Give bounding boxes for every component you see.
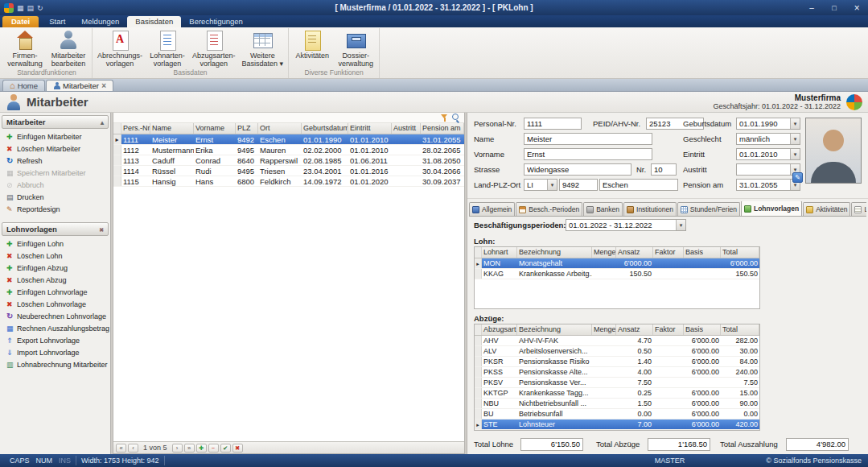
sidebar-group-header-lohnvorlagen[interactable]: Lohnvorlagen bbox=[2, 222, 109, 236]
sidebar-item[interactable]: Einfügen Lohnvorlage bbox=[0, 286, 110, 298]
abzug-row[interactable]: ALV Arbeitslosenversich... 0.50 6'000.00… bbox=[475, 346, 759, 357]
nav-cancel-button[interactable] bbox=[232, 444, 243, 453]
column-header[interactable]: Basis bbox=[684, 324, 721, 335]
nav-endedit-button[interactable] bbox=[220, 444, 231, 453]
minimize-button[interactable] bbox=[800, 0, 823, 15]
ribbon-tab[interactable]: Meldungen bbox=[73, 16, 127, 27]
nav-append-button[interactable] bbox=[196, 444, 207, 453]
plz-input[interactable] bbox=[559, 179, 598, 191]
search-icon[interactable] bbox=[452, 114, 460, 122]
file-menu-button[interactable]: Datei bbox=[2, 16, 39, 27]
sidebar-item[interactable]: Export Lohnvorlage bbox=[0, 334, 110, 346]
ribbon-button[interactable]: Lohnarten- vorlagen bbox=[146, 28, 189, 68]
sidebar-item[interactable]: Einfügen Mitarbeiter bbox=[0, 130, 110, 143]
column-header[interactable]: Menge bbox=[592, 324, 616, 335]
employee-row[interactable]: 1111 Meister Ernst 9492 Eschen 01.01.199… bbox=[113, 134, 464, 145]
column-header[interactable]: Menge bbox=[592, 247, 616, 258]
sidebar-item[interactable]: Reportdesign bbox=[0, 203, 110, 215]
employee-row[interactable]: 1112 Mustermann Erika 9495 Mauren 02.02.… bbox=[113, 145, 464, 155]
ribbon-button[interactable]: Aktivitäten bbox=[290, 28, 334, 68]
column-header[interactable]: Faktor bbox=[653, 247, 684, 258]
column-header[interactable]: Name bbox=[150, 123, 194, 134]
tab-close-icon[interactable] bbox=[101, 81, 106, 90]
chevron-down-icon[interactable] bbox=[676, 220, 685, 230]
sidebar-item[interactable]: Einfügen Lohn bbox=[0, 238, 110, 250]
column-header[interactable]: Eintritt bbox=[348, 123, 392, 134]
besch-perioden-select[interactable]: 01.01.2022 - 31.12.2022 bbox=[566, 219, 686, 231]
employee-row[interactable]: 1114 Rüssel Rudi 9495 Triesen 23.04.2001… bbox=[113, 166, 464, 176]
sidebar-item[interactable]: Refresh bbox=[0, 155, 110, 167]
ort-input[interactable] bbox=[599, 179, 678, 191]
column-header[interactable]: Ansatz bbox=[616, 247, 653, 258]
abzug-row[interactable]: KKTGP Krankenkasse Tagg... 0.25 6'000.00… bbox=[475, 388, 759, 399]
app-logo-icon[interactable] bbox=[4, 3, 14, 13]
sidebar-group-header-mitarbeiter[interactable]: Mitarbeiter bbox=[2, 115, 109, 129]
detail-tab[interactable]: Lohnausweis bbox=[851, 202, 866, 216]
column-header[interactable]: Bezeichnung bbox=[517, 324, 592, 335]
detail-tab[interactable]: Institutionen bbox=[623, 202, 677, 216]
geschlecht-select[interactable]: männlich bbox=[736, 133, 800, 145]
column-header[interactable]: Ort bbox=[258, 123, 302, 134]
close-button[interactable] bbox=[845, 0, 868, 15]
sidebar-item[interactable]: Löschen Lohn bbox=[0, 250, 110, 262]
lohn-row[interactable]: MON Monatsgehalt 6'000.00 6'000.00 bbox=[475, 258, 759, 269]
eintritt-picker[interactable]: 01.01.2010 bbox=[736, 148, 800, 160]
abzug-row[interactable]: NBU Nichtbetriebsunfall ... 1.50 6'000.0… bbox=[475, 399, 759, 409]
maximize-button[interactable] bbox=[823, 0, 845, 15]
detail-tab[interactable]: Lohnvorlagen bbox=[741, 201, 802, 216]
ribbon-tab[interactable]: Start bbox=[41, 16, 73, 27]
column-header[interactable]: Basis bbox=[684, 247, 721, 258]
quick-refresh-icon[interactable]: ↻ bbox=[37, 3, 43, 13]
nav-next-button[interactable] bbox=[172, 444, 183, 453]
quick-save-icon[interactable]: ▦ bbox=[17, 3, 24, 13]
quick-print-icon[interactable]: ▤ bbox=[27, 3, 35, 13]
lohn-row[interactable]: KKAG Krankenkasse Arbeitg... 150.50 150.… bbox=[475, 269, 759, 279]
vorname-input[interactable] bbox=[524, 148, 652, 160]
sidebar-item[interactable]: Einfügen Abzug bbox=[0, 262, 110, 274]
ribbon-button[interactable]: Firmen- verwaltung bbox=[3, 28, 47, 68]
ribbon-button[interactable]: Mitarbeiter bearbeiten bbox=[47, 28, 90, 68]
column-header[interactable]: Total bbox=[721, 247, 759, 258]
ribbon-button[interactable]: Weitere Basisdaten ▾ bbox=[239, 28, 287, 68]
detail-tab[interactable]: Stunden/Ferien bbox=[677, 202, 740, 216]
nav-last-button[interactable] bbox=[184, 444, 195, 453]
austritt-picker[interactable] bbox=[736, 163, 800, 176]
column-header[interactable]: Vorname bbox=[194, 123, 236, 134]
abzug-row[interactable]: AHV AHV-IV-FAK 4.70 6'000.00 282.00 bbox=[475, 336, 759, 346]
abzug-row[interactable]: PKSR Pensionskasse Risiko 1.40 6'000.00 … bbox=[475, 357, 759, 367]
column-header[interactable]: Pension am bbox=[421, 123, 464, 134]
pension-am-picker[interactable]: 31.01.2055 bbox=[736, 179, 800, 191]
column-header[interactable]: Austritt bbox=[392, 123, 421, 134]
sidebar-item[interactable]: Abbruch bbox=[0, 179, 110, 191]
chevron-down-icon[interactable] bbox=[790, 118, 800, 129]
column-header[interactable]: Abzugsart bbox=[482, 324, 517, 335]
doc-tab-home[interactable]: Home bbox=[2, 80, 45, 91]
abzug-row[interactable]: PKSV Pensionskasse Ver... 7.50 7.50 bbox=[475, 378, 759, 388]
chevron-down-icon[interactable] bbox=[790, 149, 800, 159]
land-select[interactable]: LI bbox=[524, 179, 557, 191]
column-header[interactable]: Geburtsdatum bbox=[302, 123, 348, 134]
strasse-input[interactable] bbox=[524, 163, 631, 176]
sidebar-item[interactable]: Import Lohnvorlage bbox=[0, 346, 110, 358]
ribbon-tab[interactable]: Berechtigungen bbox=[181, 16, 251, 27]
chevron-up-icon[interactable] bbox=[101, 118, 104, 126]
close-small-icon[interactable] bbox=[99, 225, 104, 234]
column-header[interactable]: Total bbox=[721, 324, 759, 335]
nav-prev-button[interactable] bbox=[128, 444, 138, 453]
sidebar-item[interactable]: Löschen Abzug bbox=[0, 274, 110, 286]
personal-nr-input[interactable] bbox=[524, 118, 582, 130]
nav-first-button[interactable] bbox=[116, 444, 126, 453]
column-header[interactable]: Ansatz bbox=[616, 324, 653, 335]
chevron-down-icon[interactable] bbox=[547, 180, 557, 190]
name-input[interactable] bbox=[524, 133, 652, 145]
column-header[interactable]: Pers.-Nr bbox=[121, 123, 150, 134]
detail-tab[interactable]: Aktivitäten bbox=[803, 202, 850, 216]
photo-edit-icon[interactable] bbox=[792, 172, 803, 183]
geburtsdatum-picker[interactable]: 01.01.1990 bbox=[736, 118, 800, 130]
abzug-row[interactable]: PKSS Pensionskasse Alte... 4.00 6'000.00… bbox=[475, 367, 759, 378]
sidebar-item[interactable]: Löschen Mitarbeiter bbox=[0, 143, 110, 155]
sidebar-item[interactable]: Neuberechnen Lohnvorlage bbox=[0, 310, 110, 322]
hausnr-input[interactable] bbox=[651, 163, 677, 176]
column-header[interactable]: Bezeichnung bbox=[517, 247, 592, 258]
column-header[interactable]: PLZ bbox=[236, 123, 258, 134]
